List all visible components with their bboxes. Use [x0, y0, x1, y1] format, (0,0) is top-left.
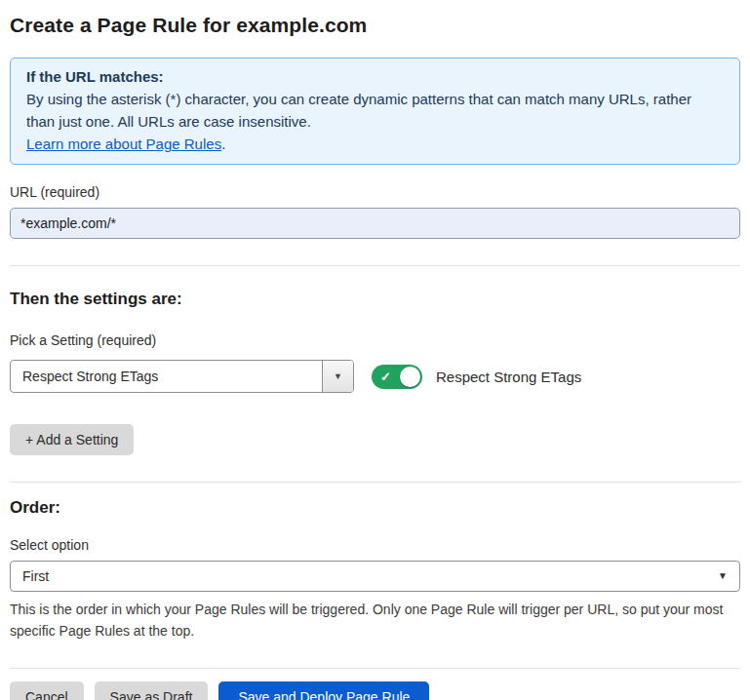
save-deploy-button[interactable]: Save and Deploy Page Rule — [218, 681, 429, 700]
link-punctuation: . — [221, 136, 225, 152]
order-heading: Order: — [10, 498, 740, 518]
divider — [10, 482, 740, 483]
pick-setting-label: Pick a Setting (required) — [10, 332, 740, 348]
page-title: Create a Page Rule for example.com — [10, 14, 740, 37]
learn-more-link[interactable]: Learn more about Page Rules — [26, 136, 221, 152]
toggle-label: Respect Strong ETags — [436, 369, 581, 385]
setting-select[interactable]: Respect Strong ETags ▼ — [10, 360, 354, 393]
order-help-text: This is the order in which your Page Rul… — [10, 599, 736, 642]
respect-strong-etags-toggle[interactable]: ✓ — [372, 365, 422, 389]
caret-down-icon: ▼ — [334, 372, 342, 381]
add-setting-button[interactable]: + Add a Setting — [10, 424, 134, 455]
setting-row: Respect Strong ETags ▼ ✓ Respect Strong … — [10, 360, 740, 393]
save-draft-button[interactable]: Save as Draft — [95, 681, 209, 700]
caret-down-icon: ▼ — [718, 571, 728, 581]
toggle-knob — [400, 367, 420, 387]
check-icon: ✓ — [380, 370, 391, 383]
info-box-heading: If the URL matches: — [26, 65, 724, 88]
action-buttons: Cancel Save as Draft Save and Deploy Pag… — [10, 681, 740, 700]
settings-heading: Then the settings are: — [10, 290, 740, 309]
cancel-button[interactable]: Cancel — [10, 681, 84, 700]
create-page-rule-page: Create a Page Rule for example.com If th… — [0, 0, 750, 700]
info-box-body: By using the asterisk (*) character, you… — [26, 88, 724, 133]
toggle-group: ✓ Respect Strong ETags — [372, 365, 581, 389]
order-select-label: Select option — [10, 537, 740, 553]
url-input[interactable] — [10, 208, 740, 239]
url-label: URL (required) — [10, 184, 740, 200]
setting-select-arrow-button[interactable]: ▼ — [322, 361, 353, 392]
info-link-row: Learn more about Page Rules. — [26, 133, 724, 155]
divider — [10, 668, 740, 669]
setting-select-value: Respect Strong ETags — [11, 369, 170, 384]
url-match-info-box: If the URL matches: By using the asteris… — [10, 58, 740, 165]
divider — [10, 265, 740, 266]
order-select[interactable]: First ▼ — [10, 561, 740, 592]
order-select-value: First — [22, 568, 49, 584]
